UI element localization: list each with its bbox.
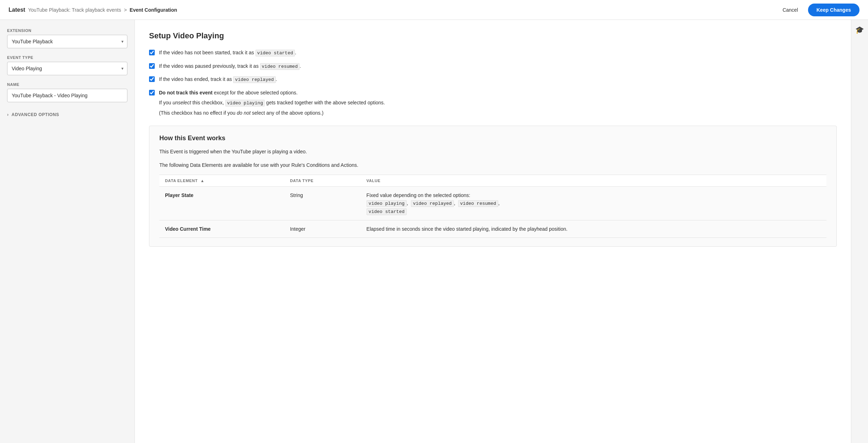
how-desc-2: The following Data Elements are availabl… <box>159 161 826 169</box>
cell-element-player-state: Player State <box>159 187 284 220</box>
checkbox-label-3: If the video has ended, track it as vide… <box>159 76 277 83</box>
event-type-label: Event Type <box>7 55 127 60</box>
event-type-select[interactable]: Video Playing <box>7 62 127 75</box>
name-group: Name YouTube Playback - Video Playing <box>7 82 127 102</box>
sort-icon: ▲ <box>200 179 205 183</box>
checkbox-video-resumed[interactable] <box>149 63 155 69</box>
cell-value-player-state: Fixed value depending on the selected op… <box>361 187 826 220</box>
header-latest: Latest <box>9 7 25 13</box>
how-section: How this Event works This Event is trigg… <box>149 126 837 247</box>
header-right: Cancel Keep Changes <box>778 4 859 16</box>
table-row: Video Current Time Integer Elapsed time … <box>159 220 826 238</box>
sidebar: Extension YouTube Playback ▾ Event Type … <box>0 20 135 443</box>
data-elements-table: DATA ELEMENT ▲ DATA TYPE VALUE Player St… <box>159 175 826 238</box>
extension-select-wrapper[interactable]: YouTube Playback ▾ <box>7 35 127 48</box>
name-input[interactable]: YouTube Playback - Video Playing <box>7 89 127 102</box>
checkbox-item-1: If the video has not been started, track… <box>149 49 837 57</box>
breadcrumb-text: YouTube Playback: Track playback events <box>28 7 121 13</box>
checkbox-item-2: If the video was paused previously, trac… <box>149 62 837 70</box>
header-left: Latest YouTube Playback: Track playback … <box>9 7 177 13</box>
checkbox-video-replayed[interactable] <box>149 76 155 82</box>
checkbox-do-not-track[interactable] <box>149 90 155 95</box>
col-header-value: VALUE <box>361 175 826 187</box>
extension-label: Extension <box>7 28 127 33</box>
cell-element-video-current-time: Video Current Time <box>159 220 284 238</box>
chevron-right-icon: › <box>7 112 9 117</box>
checkbox-item-4: Do not track this event except for the a… <box>149 89 837 117</box>
breadcrumb-current: Event Configuration <box>130 7 177 13</box>
name-label: Name <box>7 82 127 87</box>
checkbox-item-3: If the video has ended, track it as vide… <box>149 76 837 83</box>
how-title: How this Event works <box>159 135 826 142</box>
sidebar-right: 🎓 <box>851 20 868 443</box>
col-header-data-type: DATA TYPE <box>284 175 361 187</box>
checkbox-video-started[interactable] <box>149 50 155 55</box>
cancel-button[interactable]: Cancel <box>778 4 802 16</box>
breadcrumb-separator: > <box>124 7 127 13</box>
extension-group: Extension YouTube Playback ▾ <box>7 28 127 48</box>
advanced-options-button[interactable]: › ADVANCED OPTIONS <box>7 109 59 120</box>
event-type-select-wrapper[interactable]: Video Playing ▾ <box>7 62 127 75</box>
checkbox-label-1: If the video has not been started, track… <box>159 49 296 57</box>
cell-type-player-state: String <box>284 187 361 220</box>
header: Latest YouTube Playback: Track playback … <box>0 0 868 20</box>
keep-changes-button[interactable]: Keep Changes <box>808 4 859 16</box>
graduation-icon: 🎓 <box>855 26 864 34</box>
extension-select[interactable]: YouTube Playback <box>7 35 127 48</box>
checkbox-label-2: If the video was paused previously, trac… <box>159 62 301 70</box>
layout: Extension YouTube Playback ▾ Event Type … <box>0 20 868 443</box>
advanced-options-label: ADVANCED OPTIONS <box>12 112 59 117</box>
main-content: Setup Video Playing If the video has not… <box>135 20 851 443</box>
col-header-data-element: DATA ELEMENT ▲ <box>159 175 284 187</box>
checkbox-label-4: Do not track this event except for the a… <box>159 89 385 117</box>
setup-title: Setup Video Playing <box>149 31 837 40</box>
table-row: Player State String Fixed value dependin… <box>159 187 826 220</box>
cell-type-video-current-time: Integer <box>284 220 361 238</box>
event-type-group: Event Type Video Playing ▾ <box>7 55 127 75</box>
cell-value-video-current-time: Elapsed time in seconds since the video … <box>361 220 826 238</box>
how-desc-1: This Event is triggered when the YouTube… <box>159 148 826 155</box>
